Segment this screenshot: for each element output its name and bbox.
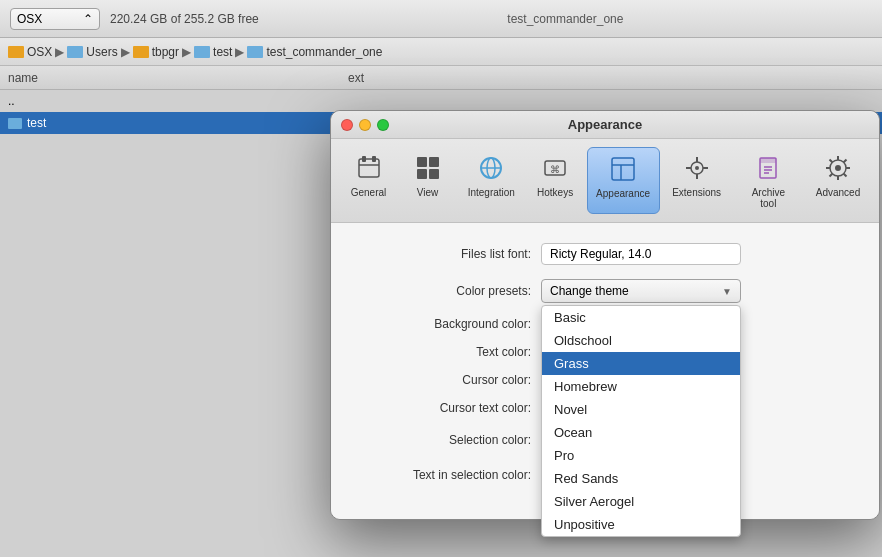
breadcrumb-users[interactable]: Users [86, 45, 117, 59]
dropdown-item-basic[interactable]: Basic [542, 306, 740, 329]
color-presets-control: Change theme ▼ Basic Oldschool Grass Hom… [541, 279, 849, 303]
general-icon [353, 152, 385, 184]
breadcrumb: OSX ▶ Users ▶ tbpgr ▶ test ▶ test_comman… [0, 38, 882, 66]
dropdown-item-homebrew[interactable]: Homebrew [542, 375, 740, 398]
tab-integration[interactable]: Integration [459, 147, 524, 214]
files-list-font-input[interactable]: Ricty Regular, 14.0 [541, 243, 741, 265]
dropdown-item-grass[interactable]: Grass [542, 352, 740, 375]
title-bar: OSX ⌃ 220.24 GB of 255.2 GB free test_co… [0, 0, 882, 38]
breadcrumb-test[interactable]: test [213, 45, 232, 59]
osx-chevron-icon: ⌃ [83, 12, 93, 26]
file-name-test: test [27, 116, 46, 130]
color-presets-dropdown-wrapper: Change theme ▼ Basic Oldschool Grass Hom… [541, 279, 741, 303]
selection-color-label: Selection color: [361, 433, 531, 447]
minimize-button[interactable] [359, 119, 371, 131]
tab-hotkeys[interactable]: ⌘ Hotkeys [528, 147, 583, 214]
color-presets-value: Change theme [550, 284, 629, 298]
text-color-label: Text color: [361, 345, 531, 359]
text-in-selection-color-label: Text in selection color: [361, 468, 531, 482]
tab-advanced[interactable]: Advanced [807, 147, 869, 214]
color-presets-dropdown-button[interactable]: Change theme ▼ [541, 279, 741, 303]
traffic-lights [341, 119, 389, 131]
chevron-down-icon: ▼ [722, 286, 732, 297]
tab-extensions-label: Extensions [672, 187, 721, 198]
file-manager: OSX ⌃ 220.24 GB of 255.2 GB free test_co… [0, 0, 882, 557]
dropdown-item-silver-aerogel[interactable]: Silver Aerogel [542, 490, 740, 513]
breadcrumb-tbpgr[interactable]: tbpgr [152, 45, 179, 59]
folder-icon [8, 118, 22, 129]
tab-integration-label: Integration [468, 187, 515, 198]
osx-selector[interactable]: OSX ⌃ [10, 8, 100, 30]
dialog-content: Files list font: Ricty Regular, 14.0 Col… [331, 223, 879, 519]
dropdown-item-pro[interactable]: Pro [542, 444, 740, 467]
files-list-font-label: Files list font: [361, 247, 531, 261]
tab-extensions[interactable]: Extensions [664, 147, 730, 214]
folder-icon-test-commander [247, 46, 263, 58]
folder-icon-test [194, 46, 210, 58]
svg-rect-2 [372, 156, 376, 162]
integration-icon [475, 152, 507, 184]
tab-general-label: General [351, 187, 387, 198]
disk-info: 220.24 GB of 255.2 GB free [110, 12, 259, 26]
file-list-header: name ext [0, 66, 882, 90]
svg-line-34 [844, 174, 847, 177]
dropdown-item-red-sands[interactable]: Red Sands [542, 467, 740, 490]
svg-line-35 [844, 160, 847, 163]
dialog-toolbar: General View [331, 139, 879, 223]
breadcrumb-osx[interactable]: OSX [27, 45, 52, 59]
view-icon [412, 152, 444, 184]
color-presets-row: Color presets: Change theme ▼ Basic Olds… [361, 279, 849, 303]
background-color-label: Background color: [361, 317, 531, 331]
file-row-parent[interactable]: .. [0, 90, 882, 112]
dropdown-item-oldschool[interactable]: Oldschool [542, 329, 740, 352]
tab-hotkeys-label: Hotkeys [537, 187, 573, 198]
maximize-button[interactable] [377, 119, 389, 131]
file-name-parent: .. [8, 94, 15, 108]
tab-appearance[interactable]: Appearance [587, 147, 660, 214]
tab-general[interactable]: General [341, 147, 396, 214]
color-presets-label: Color presets: [361, 284, 531, 298]
svg-line-36 [829, 174, 832, 177]
dialog-title-bar: Appearance [331, 111, 879, 139]
column-header-name[interactable]: name [8, 71, 348, 85]
svg-rect-13 [612, 158, 634, 180]
files-list-font-row: Files list font: Ricty Regular, 14.0 [361, 243, 849, 265]
files-list-font-control: Ricty Regular, 14.0 [541, 243, 849, 265]
tab-archive-tool-label: Archive tool [744, 187, 793, 209]
dropdown-item-ocean[interactable]: Ocean [542, 421, 740, 444]
cursor-text-color-label: Cursor text color: [361, 401, 531, 415]
hotkeys-icon: ⌘ [539, 152, 571, 184]
tab-view[interactable]: View [400, 147, 455, 214]
tab-archive-tool[interactable]: Archive tool [734, 147, 803, 214]
osx-label: OSX [17, 12, 42, 26]
svg-rect-23 [760, 158, 776, 163]
appearance-dialog: Appearance General [330, 110, 880, 520]
column-header-ext[interactable]: ext [348, 71, 874, 85]
color-presets-dropdown-menu: Basic Oldschool Grass Homebrew Novel Oce… [541, 305, 741, 537]
svg-rect-4 [417, 157, 427, 167]
dropdown-item-novel[interactable]: Novel [542, 398, 740, 421]
close-button[interactable] [341, 119, 353, 131]
dialog-title: Appearance [568, 117, 642, 132]
tab-appearance-label: Appearance [596, 188, 650, 199]
folder-icon [8, 46, 24, 58]
svg-rect-5 [429, 157, 439, 167]
svg-point-28 [835, 165, 841, 171]
svg-rect-1 [362, 156, 366, 162]
folder-icon-tbpgr [133, 46, 149, 58]
svg-rect-0 [359, 159, 379, 177]
svg-text:⌘: ⌘ [550, 164, 560, 175]
breadcrumb-test-commander-one[interactable]: test_commander_one [266, 45, 382, 59]
svg-point-17 [695, 166, 699, 170]
folder-icon-users [67, 46, 83, 58]
cursor-color-label: Cursor color: [361, 373, 531, 387]
tab-advanced-label: Advanced [816, 187, 860, 198]
window-title: test_commander_one [259, 12, 872, 26]
advanced-icon [822, 152, 854, 184]
extensions-icon [681, 152, 713, 184]
archive-tool-icon [752, 152, 784, 184]
svg-rect-7 [429, 169, 439, 179]
tab-view-label: View [417, 187, 439, 198]
svg-rect-6 [417, 169, 427, 179]
dropdown-item-unpositive[interactable]: Unpositive [542, 513, 740, 536]
